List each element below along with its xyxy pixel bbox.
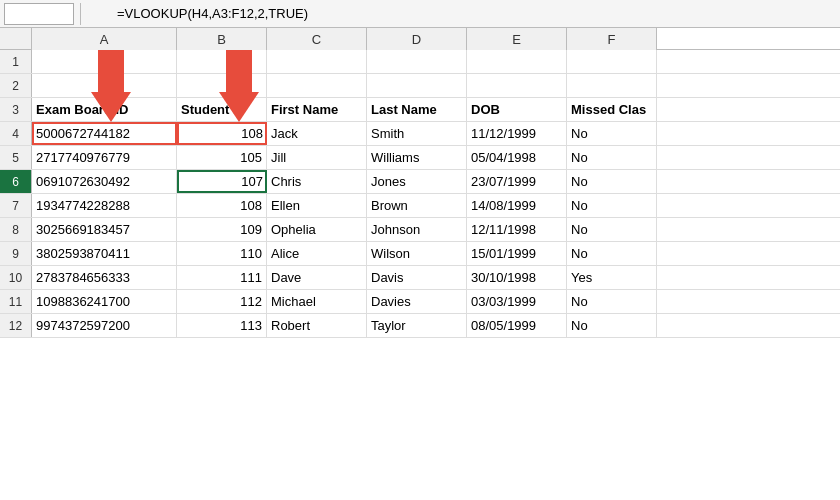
cell-col-e[interactable]: 05/04/1998 — [467, 146, 567, 169]
cell-col-d[interactable]: Last Name — [367, 98, 467, 121]
cell-col-c[interactable]: Jack — [267, 122, 367, 145]
cell-col-e[interactable]: DOB — [467, 98, 567, 121]
cell-col-b[interactable]: 110 — [177, 242, 267, 265]
cell-col-c[interactable] — [267, 50, 367, 73]
cell-col-d[interactable]: Wilson — [367, 242, 467, 265]
cell-col-a[interactable] — [32, 50, 177, 73]
cell-col-f[interactable]: No — [567, 194, 657, 217]
cell-col-f[interactable]: Missed Clas — [567, 98, 657, 121]
cell-col-a[interactable]: 1098836241700 — [32, 290, 177, 313]
table-row[interactable]: 3Exam Board IDStudent IDFirst NameLast N… — [0, 98, 840, 122]
cell-col-e[interactable]: 23/07/1999 — [467, 170, 567, 193]
cell-col-e[interactable]: 08/05/1999 — [467, 314, 567, 337]
cell-col-d[interactable]: Davies — [367, 290, 467, 313]
cell-col-d[interactable]: Williams — [367, 146, 467, 169]
table-row[interactable]: 2 — [0, 74, 840, 98]
cell-col-c[interactable]: Jill — [267, 146, 367, 169]
cell-col-f[interactable]: No — [567, 290, 657, 313]
cell-col-a[interactable]: 2717740976779 — [32, 146, 177, 169]
cell-col-d[interactable]: Jones — [367, 170, 467, 193]
table-row[interactable]: 102783784656333111DaveDavis30/10/1998Yes — [0, 266, 840, 290]
formula-divider — [80, 3, 81, 25]
cell-col-e[interactable]: 30/10/1998 — [467, 266, 567, 289]
cell-col-e[interactable] — [467, 50, 567, 73]
cell-col-a[interactable]: 3802593870411 — [32, 242, 177, 265]
cell-col-d[interactable]: Brown — [367, 194, 467, 217]
cell-col-a[interactable] — [32, 74, 177, 97]
cell-col-b[interactable]: 109 — [177, 218, 267, 241]
cell-col-c[interactable]: Dave — [267, 266, 367, 289]
col-header-f[interactable]: F — [567, 28, 657, 50]
table-row[interactable]: 60691072630492107ChrisJones23/07/1999No — [0, 170, 840, 194]
col-header-d[interactable]: D — [367, 28, 467, 50]
cell-col-f[interactable] — [567, 50, 657, 73]
cell-col-f[interactable]: No — [567, 242, 657, 265]
cell-col-b[interactable]: 112 — [177, 290, 267, 313]
cell-col-b[interactable]: Student ID — [177, 98, 267, 121]
row-number: 3 — [0, 98, 32, 121]
cell-col-e[interactable] — [467, 74, 567, 97]
table-row[interactable]: 52717740976779105JillWilliams05/04/1998N… — [0, 146, 840, 170]
cell-col-d[interactable] — [367, 74, 467, 97]
row-number: 2 — [0, 74, 32, 97]
cell-col-e[interactable]: 03/03/1999 — [467, 290, 567, 313]
cell-col-f[interactable]: No — [567, 122, 657, 145]
cell-col-f[interactable]: No — [567, 314, 657, 337]
sheet-wrapper: A B C D E F 123Exam Board IDStudent IDFi… — [0, 28, 840, 338]
cell-col-a[interactable]: 3025669183457 — [32, 218, 177, 241]
formula-input[interactable] — [117, 6, 836, 21]
cell-col-b[interactable]: 108 — [177, 194, 267, 217]
col-header-b[interactable]: B — [177, 28, 267, 50]
col-header-a[interactable]: A — [32, 28, 177, 50]
table-row[interactable]: 71934774228288108EllenBrown14/08/1999No — [0, 194, 840, 218]
cell-col-c[interactable]: Ophelia — [267, 218, 367, 241]
cell-col-d[interactable]: Smith — [367, 122, 467, 145]
cell-col-a[interactable]: 2783784656333 — [32, 266, 177, 289]
cell-col-d[interactable]: Davis — [367, 266, 467, 289]
cell-col-a[interactable]: 0691072630492 — [32, 170, 177, 193]
cell-col-c[interactable]: Robert — [267, 314, 367, 337]
cell-col-f[interactable]: No — [567, 170, 657, 193]
cell-col-b[interactable]: 111 — [177, 266, 267, 289]
cell-col-b[interactable]: 108 — [177, 122, 267, 145]
cell-col-a[interactable]: 9974372597200 — [32, 314, 177, 337]
cell-col-e[interactable]: 12/11/1998 — [467, 218, 567, 241]
cell-col-f[interactable] — [567, 74, 657, 97]
cell-col-d[interactable] — [367, 50, 467, 73]
cell-col-e[interactable]: 14/08/1999 — [467, 194, 567, 217]
cell-col-b[interactable] — [177, 50, 267, 73]
cell-col-c[interactable]: Michael — [267, 290, 367, 313]
row-number: 8 — [0, 218, 32, 241]
table-row[interactable]: 83025669183457109OpheliaJohnson12/11/199… — [0, 218, 840, 242]
table-row[interactable]: 129974372597200113RobertTaylor08/05/1999… — [0, 314, 840, 338]
cell-col-f[interactable]: No — [567, 146, 657, 169]
col-header-e[interactable]: E — [467, 28, 567, 50]
col-header-c[interactable]: C — [267, 28, 367, 50]
cell-reference-box[interactable] — [4, 3, 74, 25]
cell-col-a[interactable]: 1934774228288 — [32, 194, 177, 217]
formula-bar — [0, 0, 840, 28]
cell-col-d[interactable]: Johnson — [367, 218, 467, 241]
cell-col-b[interactable]: 107 — [177, 170, 267, 193]
cell-col-c[interactable]: First Name — [267, 98, 367, 121]
table-row[interactable]: 111098836241700112MichaelDavies03/03/199… — [0, 290, 840, 314]
cell-col-f[interactable]: No — [567, 218, 657, 241]
table-row[interactable]: 45000672744182108JackSmith11/12/1999No — [0, 122, 840, 146]
cell-col-a[interactable]: 5000672744182 — [32, 122, 177, 145]
cell-col-b[interactable] — [177, 74, 267, 97]
table-row[interactable]: 93802593870411110AliceWilson15/01/1999No — [0, 242, 840, 266]
cell-col-b[interactable]: 105 — [177, 146, 267, 169]
cell-col-c[interactable] — [267, 74, 367, 97]
cell-col-d[interactable]: Taylor — [367, 314, 467, 337]
cell-col-e[interactable]: 15/01/1999 — [467, 242, 567, 265]
column-headers: A B C D E F — [0, 28, 840, 50]
cell-col-a[interactable]: Exam Board ID — [32, 98, 177, 121]
cell-col-c[interactable]: Alice — [267, 242, 367, 265]
cell-col-c[interactable]: Ellen — [267, 194, 367, 217]
row-number: 4 — [0, 122, 32, 145]
table-row[interactable]: 1 — [0, 50, 840, 74]
cell-col-c[interactable]: Chris — [267, 170, 367, 193]
cell-col-f[interactable]: Yes — [567, 266, 657, 289]
cell-col-b[interactable]: 113 — [177, 314, 267, 337]
cell-col-e[interactable]: 11/12/1999 — [467, 122, 567, 145]
